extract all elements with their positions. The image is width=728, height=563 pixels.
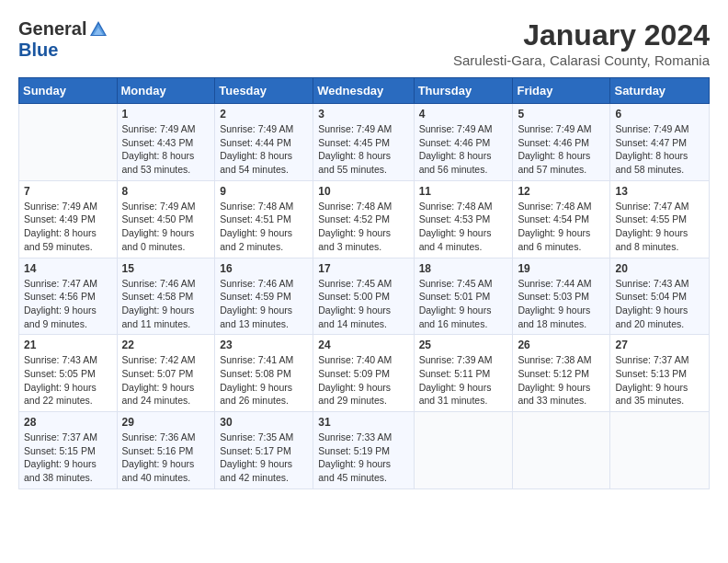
- calendar-week-row: 1Sunrise: 7:49 AMSunset: 4:43 PMDaylight…: [19, 104, 710, 181]
- calendar-cell: 20Sunrise: 7:43 AMSunset: 5:04 PMDayligh…: [610, 258, 710, 335]
- day-number: 2: [220, 108, 308, 121]
- calendar-cell: 9Sunrise: 7:48 AMSunset: 4:51 PMDaylight…: [215, 180, 313, 258]
- calendar-cell: 15Sunrise: 7:46 AMSunset: 4:58 PMDayligh…: [117, 258, 215, 335]
- calendar-header-row: SundayMondayTuesdayWednesdayThursdayFrid…: [19, 78, 710, 104]
- day-number: 18: [419, 262, 508, 275]
- calendar-cell: 3Sunrise: 7:49 AMSunset: 4:45 PMDaylight…: [313, 104, 414, 181]
- logo-blue-text: Blue: [18, 40, 58, 61]
- day-number: 8: [122, 185, 210, 198]
- calendar-cell: 5Sunrise: 7:49 AMSunset: 4:46 PMDaylight…: [513, 104, 610, 181]
- day-number: 12: [518, 185, 605, 198]
- day-number: 23: [220, 339, 308, 351]
- day-of-week-header: Monday: [117, 78, 215, 104]
- day-info: Sunrise: 7:47 AMSunset: 4:56 PMDaylight:…: [24, 277, 112, 331]
- day-of-week-header: Tuesday: [215, 78, 313, 104]
- day-number: 28: [24, 416, 112, 429]
- day-info: Sunrise: 7:45 AMSunset: 5:01 PMDaylight:…: [419, 277, 508, 331]
- calendar-cell: [19, 104, 118, 181]
- calendar-cell: 30Sunrise: 7:35 AMSunset: 5:17 PMDayligh…: [215, 412, 313, 489]
- day-info: Sunrise: 7:41 AMSunset: 5:08 PMDaylight:…: [220, 353, 308, 408]
- day-info: Sunrise: 7:43 AMSunset: 5:04 PMDaylight:…: [615, 277, 704, 331]
- calendar-cell: 23Sunrise: 7:41 AMSunset: 5:08 PMDayligh…: [215, 335, 313, 412]
- day-info: Sunrise: 7:49 AMSunset: 4:45 PMDaylight:…: [318, 122, 408, 177]
- day-number: 24: [318, 339, 408, 351]
- day-info: Sunrise: 7:46 AMSunset: 4:59 PMDaylight:…: [220, 277, 308, 331]
- calendar-cell: 10Sunrise: 7:48 AMSunset: 4:52 PMDayligh…: [313, 180, 414, 258]
- day-info: Sunrise: 7:37 AMSunset: 5:15 PMDaylight:…: [24, 431, 112, 485]
- calendar-week-row: 7Sunrise: 7:49 AMSunset: 4:49 PMDaylight…: [19, 180, 710, 258]
- day-number: 6: [615, 108, 704, 121]
- day-number: 27: [615, 339, 704, 351]
- calendar-cell: 16Sunrise: 7:46 AMSunset: 4:59 PMDayligh…: [215, 258, 313, 335]
- day-info: Sunrise: 7:49 AMSunset: 4:50 PMDaylight:…: [122, 200, 210, 254]
- day-info: Sunrise: 7:36 AMSunset: 5:16 PMDaylight:…: [122, 431, 210, 485]
- day-info: Sunrise: 7:35 AMSunset: 5:17 PMDaylight:…: [220, 431, 308, 485]
- day-number: 26: [518, 339, 605, 351]
- calendar-cell: 19Sunrise: 7:44 AMSunset: 5:03 PMDayligh…: [513, 258, 610, 335]
- day-number: 15: [122, 262, 210, 275]
- day-number: 25: [419, 339, 508, 351]
- calendar-cell: [513, 412, 610, 489]
- day-number: 1: [122, 108, 210, 121]
- day-info: Sunrise: 7:46 AMSunset: 4:58 PMDaylight:…: [122, 277, 210, 331]
- day-info: Sunrise: 7:47 AMSunset: 4:55 PMDaylight:…: [615, 200, 704, 254]
- day-info: Sunrise: 7:48 AMSunset: 4:54 PMDaylight:…: [518, 200, 605, 254]
- header: General Blue January 2024 Sarulesti-Gara…: [18, 18, 710, 68]
- calendar-cell: 1Sunrise: 7:49 AMSunset: 4:43 PMDaylight…: [117, 104, 215, 181]
- calendar-cell: 8Sunrise: 7:49 AMSunset: 4:50 PMDaylight…: [117, 180, 215, 258]
- day-number: 14: [24, 262, 112, 275]
- calendar-cell: 21Sunrise: 7:43 AMSunset: 5:05 PMDayligh…: [19, 335, 118, 412]
- logo-general-text: General: [18, 18, 86, 40]
- calendar-cell: 31Sunrise: 7:33 AMSunset: 5:19 PMDayligh…: [313, 412, 414, 489]
- day-of-week-header: Thursday: [414, 78, 513, 104]
- title-block: January 2024 Sarulesti-Gara, Calarasi Co…: [453, 18, 710, 68]
- calendar-cell: 11Sunrise: 7:48 AMSunset: 4:53 PMDayligh…: [414, 180, 513, 258]
- page: General Blue January 2024 Sarulesti-Gara…: [0, 0, 728, 499]
- day-info: Sunrise: 7:39 AMSunset: 5:11 PMDaylight:…: [419, 353, 508, 408]
- calendar-cell: 28Sunrise: 7:37 AMSunset: 5:15 PMDayligh…: [19, 412, 118, 489]
- day-info: Sunrise: 7:43 AMSunset: 5:05 PMDaylight:…: [24, 353, 112, 408]
- day-info: Sunrise: 7:48 AMSunset: 4:51 PMDaylight:…: [220, 200, 308, 254]
- main-title: January 2024: [453, 18, 710, 52]
- calendar-cell: 27Sunrise: 7:37 AMSunset: 5:13 PMDayligh…: [610, 335, 710, 412]
- calendar-week-row: 21Sunrise: 7:43 AMSunset: 5:05 PMDayligh…: [19, 335, 710, 412]
- day-of-week-header: Saturday: [610, 78, 710, 104]
- calendar-cell: 12Sunrise: 7:48 AMSunset: 4:54 PMDayligh…: [513, 180, 610, 258]
- day-of-week-header: Sunday: [19, 78, 118, 104]
- day-number: 13: [615, 185, 704, 198]
- day-info: Sunrise: 7:40 AMSunset: 5:09 PMDaylight:…: [318, 353, 408, 408]
- calendar-cell: [610, 412, 710, 489]
- calendar-cell: 18Sunrise: 7:45 AMSunset: 5:01 PMDayligh…: [414, 258, 513, 335]
- day-number: 7: [24, 185, 112, 198]
- logo: General Blue: [18, 18, 108, 61]
- day-info: Sunrise: 7:49 AMSunset: 4:43 PMDaylight:…: [122, 122, 210, 177]
- calendar-week-row: 14Sunrise: 7:47 AMSunset: 4:56 PMDayligh…: [19, 258, 710, 335]
- day-number: 21: [24, 339, 112, 351]
- day-info: Sunrise: 7:49 AMSunset: 4:47 PMDaylight:…: [615, 122, 704, 177]
- calendar-week-row: 28Sunrise: 7:37 AMSunset: 5:15 PMDayligh…: [19, 412, 710, 489]
- day-number: 16: [220, 262, 308, 275]
- calendar-cell: 4Sunrise: 7:49 AMSunset: 4:46 PMDaylight…: [414, 104, 513, 181]
- day-info: Sunrise: 7:49 AMSunset: 4:44 PMDaylight:…: [220, 122, 308, 177]
- day-number: 9: [220, 185, 308, 198]
- day-number: 22: [122, 339, 210, 351]
- day-of-week-header: Friday: [513, 78, 610, 104]
- day-info: Sunrise: 7:48 AMSunset: 4:52 PMDaylight:…: [318, 200, 408, 254]
- calendar-cell: 26Sunrise: 7:38 AMSunset: 5:12 PMDayligh…: [513, 335, 610, 412]
- day-info: Sunrise: 7:49 AMSunset: 4:46 PMDaylight:…: [419, 122, 508, 177]
- calendar-cell: 24Sunrise: 7:40 AMSunset: 5:09 PMDayligh…: [313, 335, 414, 412]
- calendar-cell: 22Sunrise: 7:42 AMSunset: 5:07 PMDayligh…: [117, 335, 215, 412]
- day-info: Sunrise: 7:42 AMSunset: 5:07 PMDaylight:…: [122, 353, 210, 408]
- calendar-cell: 29Sunrise: 7:36 AMSunset: 5:16 PMDayligh…: [117, 412, 215, 489]
- day-info: Sunrise: 7:38 AMSunset: 5:12 PMDaylight:…: [518, 353, 605, 408]
- day-info: Sunrise: 7:33 AMSunset: 5:19 PMDaylight:…: [318, 431, 408, 485]
- day-of-week-header: Wednesday: [313, 78, 414, 104]
- day-info: Sunrise: 7:44 AMSunset: 5:03 PMDaylight:…: [518, 277, 605, 331]
- logo-icon: [88, 19, 108, 40]
- calendar-cell: 7Sunrise: 7:49 AMSunset: 4:49 PMDaylight…: [19, 180, 118, 258]
- day-number: 10: [318, 185, 408, 198]
- day-info: Sunrise: 7:37 AMSunset: 5:13 PMDaylight:…: [615, 353, 704, 408]
- day-number: 11: [419, 185, 508, 198]
- day-number: 20: [615, 262, 704, 275]
- day-number: 30: [220, 416, 308, 429]
